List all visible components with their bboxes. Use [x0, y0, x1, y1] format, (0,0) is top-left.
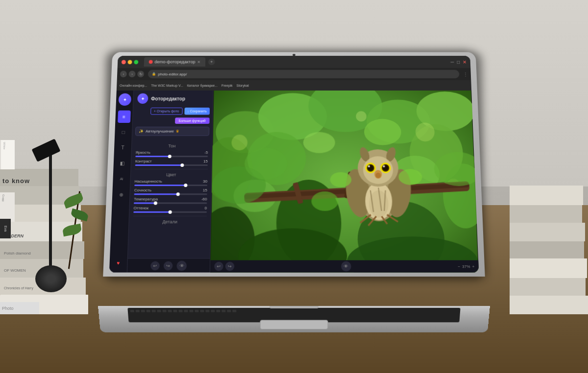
divider-1 [135, 169, 207, 169]
tool-heart[interactable]: ♥ [112, 256, 125, 269]
saturation-label: Насыщенность [134, 179, 162, 184]
brightness-track[interactable] [135, 156, 208, 157]
photo-display-area: ↩ ↪ 👁 − 37% + [210, 91, 479, 273]
temperature-track[interactable] [134, 202, 207, 204]
bookmark-5[interactable]: Storykat [237, 84, 249, 87]
temperature-label: Температура [134, 197, 158, 201]
photo-redo-btn[interactable]: ↪ [225, 262, 235, 271]
bookmark-2[interactable]: The W3C Markup V... [151, 84, 183, 87]
close-btn[interactable]: ✕ [463, 59, 466, 64]
contrast-fill [135, 164, 182, 166]
zoom-in-btn[interactable]: + [472, 264, 474, 268]
vibrance-track[interactable] [134, 193, 207, 195]
panel-header: ✦ Фоторедактор [133, 91, 213, 107]
saturation-track[interactable] [134, 185, 207, 186]
brightness-value: -5 [204, 150, 208, 155]
redo-btn[interactable]: ↪ [164, 261, 173, 270]
r-book-6 [510, 205, 582, 223]
tab-title: demo-фоторедактор [154, 60, 195, 65]
r-book-1 [510, 296, 588, 314]
book-text-polish: Polish diamond [4, 251, 31, 256]
minimize-btn[interactable]: ─ [450, 59, 454, 64]
temperature-fill [134, 202, 156, 204]
close-dot[interactable] [122, 60, 126, 64]
contrast-value: 15 [203, 159, 208, 163]
screen-content: demo-фоторедактор ✕ + ─ □ ✕ ‹ › ↻ [109, 56, 479, 273]
saturation-label-row: Насыщенность 30 [134, 179, 207, 184]
photo-preview-toggle[interactable]: 👁 [341, 261, 351, 272]
color-title: Цвет [135, 172, 208, 177]
hue-value: 0 [205, 206, 207, 210]
tool-ai[interactable]: AI [115, 172, 128, 185]
tab-close-btn[interactable]: ✕ [197, 60, 200, 64]
key [195, 310, 198, 312]
tool-effects[interactable]: ⊕ [114, 188, 127, 201]
brightness-fill [135, 156, 170, 157]
save-btn[interactable]: ↓ Сохранить [184, 108, 210, 115]
hinge [270, 306, 318, 308]
browser-menu-btn[interactable]: ⋮ [463, 71, 468, 77]
toolbar-spacer [119, 204, 121, 253]
divider-2 [133, 216, 207, 216]
forward-btn[interactable]: › [128, 71, 135, 77]
hue-track[interactable] [133, 211, 207, 213]
books-right [510, 167, 588, 314]
maximize-btn[interactable]: □ [457, 59, 460, 64]
app-area: ✦ ≡ □ T ◧ AI ⊕ ♥ [109, 91, 479, 273]
temperature-slider-row: Температура -60 [134, 197, 207, 204]
url-text: photo-editor.app/ [158, 72, 187, 76]
contrast-slider-row: Контраст 15 [135, 159, 208, 166]
zoom-out-btn[interactable]: − [458, 264, 460, 268]
bookmark-3[interactable]: Каталог букмарке... [187, 84, 218, 87]
photo-bottom-bar: ↩ ↪ 👁 − 37% + [210, 260, 479, 273]
refresh-btn[interactable]: ↻ [137, 71, 144, 77]
book-eva: Eva [0, 219, 11, 238]
tool-adjustments[interactable]: ≡ [118, 111, 131, 123]
bookmark-4[interactable]: Freepik [221, 84, 233, 87]
hue-thumb[interactable] [169, 210, 172, 214]
hue-label-row: Оттенок 0 [133, 206, 207, 210]
book-white: White [0, 140, 15, 169]
tool-crop[interactable]: □ [117, 126, 130, 139]
r-book-4 [510, 241, 584, 258]
contrast-thumb[interactable] [180, 163, 184, 167]
tool-text[interactable]: T [116, 141, 129, 154]
open-photo-btn[interactable]: + Открыть фото [150, 108, 183, 115]
trackpad[interactable] [260, 320, 328, 329]
more-functions-btn[interactable]: Больше функций [175, 117, 210, 124]
book-text-chronicles: Chronicles of Harry [4, 286, 33, 290]
hue-fill [133, 211, 170, 213]
contrast-track[interactable] [135, 164, 208, 166]
brightness-slider-row: Яркость -5 [135, 150, 208, 157]
keyboard-keys [127, 308, 460, 314]
address-bar[interactable]: 🔒 photo-editor.app/ [148, 70, 460, 78]
auto-enhance-label: Автоулучшение [146, 129, 174, 134]
undo-btn[interactable]: ↩ [150, 261, 160, 270]
contrast-label-row: Контраст 15 [135, 159, 208, 163]
r-book-5 [510, 223, 585, 241]
saturation-fill [134, 185, 185, 186]
browser-nav: ‹ › ↻ 🔒 photo-editor.app/ ⋮ [117, 68, 471, 80]
r-book-3 [510, 258, 587, 278]
brightness-thumb[interactable] [168, 155, 171, 158]
tool-layers[interactable]: ◧ [116, 157, 129, 169]
maximize-dot[interactable] [134, 60, 138, 64]
bookmarks-bar: Онлайн конфер... The W3C Markup V... Кат… [117, 80, 471, 91]
temperature-thumb[interactable] [154, 201, 157, 205]
new-tab-btn[interactable]: + [208, 59, 215, 65]
tab-favicon [149, 60, 153, 64]
preview-btn[interactable]: 👁 [176, 260, 187, 271]
book-text-to-know: to know [2, 177, 30, 185]
key [130, 310, 134, 312]
minimize-dot[interactable] [128, 60, 132, 64]
saturation-thumb[interactable] [184, 184, 187, 187]
back-btn[interactable]: ‹ [120, 71, 127, 77]
auto-enhance-btn[interactable]: ✨ Автоулучшение ♛ [135, 127, 209, 136]
browser-tab-active[interactable]: demo-фоторедактор ✕ [144, 57, 206, 67]
bookmark-1[interactable]: Онлайн конфер... [120, 84, 147, 87]
auto-enhance-icon: ✨ [139, 129, 144, 134]
photo-undo-btn[interactable]: ↩ [214, 262, 223, 271]
laptop: demo-фоторедактор ✕ + ─ □ ✕ ‹ › ↻ [98, 49, 490, 333]
vibrance-thumb[interactable] [176, 192, 179, 196]
svg-point-57 [311, 191, 338, 211]
